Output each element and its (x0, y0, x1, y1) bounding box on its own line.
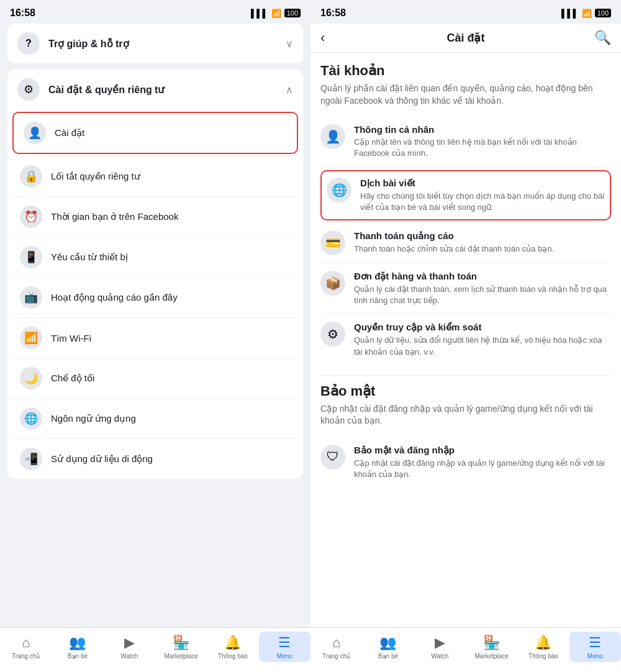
watch-icon: ▶ (124, 635, 135, 651)
left-nav-watch[interactable]: ▶ Watch (104, 632, 155, 662)
settings-label: Cài đặt & quyền riêng tư (48, 84, 164, 96)
privacy-shortcut-label: Lối tắt quyền riêng tư (51, 171, 291, 182)
left-content: ? Trợ giúp & hỗ trợ ∨ ⚙ Cài đặt & quyền … (0, 24, 310, 627)
dark-mode-item[interactable]: 🌙 Chế độ tối (10, 358, 301, 399)
right-home-label: Trang chủ (322, 653, 350, 660)
thongtin-item[interactable]: 👤 Thông tin cá nhân Cập nhật tên và thôn… (320, 117, 611, 167)
lock-icon: 🔒 (20, 165, 42, 188)
tai-khoan-group: Tài khoản Quản lý phần cài đặt liên quan… (320, 63, 611, 365)
donhang-content: Đơn đặt hàng và thanh toán Quản lý cài đ… (354, 271, 611, 306)
marketplace-icon: 🏪 (173, 635, 189, 651)
caidat-icon: 👤 (24, 122, 46, 144)
header-title: Cài đặt (343, 31, 589, 45)
dich-item[interactable]: 🌐 Dịch bài viết Hãy cho chúng tôi biết t… (322, 171, 610, 219)
wifi-icon: 📶 (20, 327, 42, 349)
notifications-label: Thông báo (218, 653, 248, 660)
globe-translate-icon: 🌐 (327, 178, 351, 202)
help-label: Trợ giúp & hỗ trợ (48, 38, 129, 50)
caidat-highlighted-wrapper: 👤 Cài đặt (12, 112, 298, 154)
right-nav-home[interactable]: ⌂ Trang chủ (310, 632, 362, 662)
right-battery-icon: 100 (595, 9, 611, 17)
help-header-left: ? Trợ giúp & hỗ trợ (17, 32, 129, 55)
shield-icon: 🛡 (320, 445, 345, 470)
right-bell-icon: 🔔 (535, 635, 551, 651)
wifi-icon: 📶 (271, 9, 281, 18)
search-button[interactable]: 🔍 (589, 30, 611, 46)
signal-icon: ▌▌▌ (251, 9, 268, 18)
menu-icon: ☰ (278, 635, 291, 651)
baomatdangnhap-item[interactable]: 🛡 Bảo mật và đăng nhập Cập nhật cài đặt … (320, 437, 611, 488)
package-icon: 📦 (320, 271, 345, 296)
help-header[interactable]: ? Trợ giúp & hỗ trợ ∨ (7, 24, 303, 63)
section-divider (320, 375, 611, 376)
ad-activity-item[interactable]: 📺 Hoạt động quảng cáo gần đây (10, 278, 301, 318)
mobile-data-icon: 📲 (20, 448, 42, 470)
donhang-item[interactable]: 📦 Đơn đặt hàng và thanh toán Quản lý cài… (320, 263, 611, 314)
right-nav-marketplace[interactable]: 🏪 Marketplace (466, 632, 517, 662)
settings-header-left: ⚙ Cài đặt & quyền riêng tư (17, 78, 164, 101)
tai-khoan-title: Tài khoản (320, 63, 611, 79)
settings-gear-icon: ⚙ (17, 78, 40, 101)
thongtin-content: Thông tin cá nhân Cập nhật tên và thông … (354, 124, 611, 159)
data-usage-item[interactable]: 📲 Sử dụng dữ liệu di động (10, 439, 301, 479)
caidat-item[interactable]: 👤 Cài đặt (14, 113, 297, 153)
thanhtoan-item[interactable]: 💳 Thanh toán quảng cáo Thanh toán hoặc c… (320, 223, 611, 263)
right-marketplace-icon: 🏪 (483, 635, 500, 651)
time-label: Thời gian bạn ở trên Facebook (51, 211, 291, 222)
right-wifi-icon: 📶 (582, 9, 592, 18)
right-menu-label: Menu (587, 653, 603, 660)
donhang-desc: Quản lý cài đặt thanh toán, xem lịch sử … (354, 284, 611, 306)
device-icon: 📱 (20, 246, 42, 268)
dich-content: Dịch bài viết Hãy cho chúng tôi biết tùy… (360, 178, 605, 213)
dich-title: Dịch bài viết (360, 178, 605, 189)
help-chevron: ∨ (286, 38, 293, 50)
back-button[interactable]: ‹ (320, 30, 343, 46)
wifi-label: Tìm Wi-Fi (51, 333, 291, 343)
baomat-group: Bảo mật Cập nhật cài đặt đăng nhập và qu… (320, 383, 611, 488)
privacy-shortcut-item[interactable]: 🔒 Lối tắt quyền riêng tư (10, 157, 301, 197)
left-nav-home[interactable]: ⌂ Trang chủ (0, 632, 52, 662)
right-content: Tài khoản Quản lý phần cài đặt liên quan… (310, 53, 621, 627)
baomatdangnhap-content: Bảo mật và đăng nhập Cập nhật cài đặt đă… (354, 445, 611, 480)
wifi-item[interactable]: 📶 Tìm Wi-Fi (10, 318, 301, 358)
card-icon: 💳 (320, 230, 345, 255)
right-nav-menu[interactable]: ☰ Menu (569, 632, 621, 662)
left-nav-friends[interactable]: 👥 Bạn bè (52, 632, 103, 662)
bell-icon: 🔔 (224, 635, 241, 651)
right-friends-icon: 👥 (379, 635, 396, 651)
home-label: Trang chủ (12, 653, 40, 660)
caidat-highlighted[interactable]: 👤 Cài đặt (12, 112, 298, 154)
quyentrinh-item[interactable]: ⚙ Quyền truy cập và kiểm soát Quản lý dữ… (320, 314, 611, 365)
person-icon: 👤 (320, 124, 345, 149)
left-nav-marketplace[interactable]: 🏪 Marketplace (155, 632, 207, 662)
language-item[interactable]: 🌐 Ngôn ngữ ứng dụng (10, 399, 301, 439)
left-nav-menu[interactable]: ☰ Menu (259, 632, 310, 662)
right-marketplace-label: Marketplace (474, 653, 508, 660)
help-section[interactable]: ? Trợ giúp & hỗ trợ ∨ (7, 24, 303, 63)
left-nav-notifications[interactable]: 🔔 Thông báo (207, 632, 258, 662)
settings-section[interactable]: ⚙ Cài đặt & quyền riêng tư ∧ 👤 Cài đặt 🔒… (7, 70, 303, 479)
quyentrinh-desc: Quản lý dữ liệu, sửa đổi người liên hệ t… (354, 335, 611, 357)
ad-icon: 📺 (20, 286, 42, 309)
left-status-bar: 16:58 ▌▌▌ 📶 100 (0, 0, 310, 24)
thongtin-desc: Cập nhật tên và thông tin liên hệ mà bạn… (354, 137, 611, 159)
clock-icon: ⏰ (20, 206, 42, 228)
right-nav-friends[interactable]: 👥 Bạn bè (362, 632, 414, 662)
left-bottom-nav: ⌂ Trang chủ 👥 Bạn bè ▶ Watch 🏪 Marketpla… (0, 627, 310, 672)
right-notifications-label: Thông báo (528, 653, 558, 660)
marketplace-label: Marketplace (164, 653, 197, 660)
settings-header[interactable]: ⚙ Cài đặt & quyền riêng tư ∧ (7, 70, 303, 109)
baomat-desc: Cập nhật cài đặt đăng nhập và quản lý ga… (320, 403, 611, 427)
left-time: 16:58 (10, 7, 35, 19)
friends-icon: 👥 (69, 635, 86, 651)
time-on-facebook-item[interactable]: ⏰ Thời gian bạn ở trên Facebook (10, 197, 301, 237)
right-header: ‹ Cài đặt 🔍 (310, 24, 621, 53)
dich-highlighted-wrapper: 🌐 Dịch bài viết Hãy cho chúng tôi biết t… (320, 170, 611, 220)
right-nav-notifications[interactable]: 🔔 Thông báo (517, 632, 569, 662)
right-watch-label: Watch (431, 653, 448, 660)
device-request-item[interactable]: 📱 Yêu cầu từ thiết bị (10, 237, 301, 278)
right-nav-watch[interactable]: ▶ Watch (414, 632, 466, 662)
help-icon: ? (17, 32, 40, 55)
device-label: Yêu cầu từ thiết bị (51, 252, 291, 263)
globe-icon: 🌐 (20, 407, 42, 430)
